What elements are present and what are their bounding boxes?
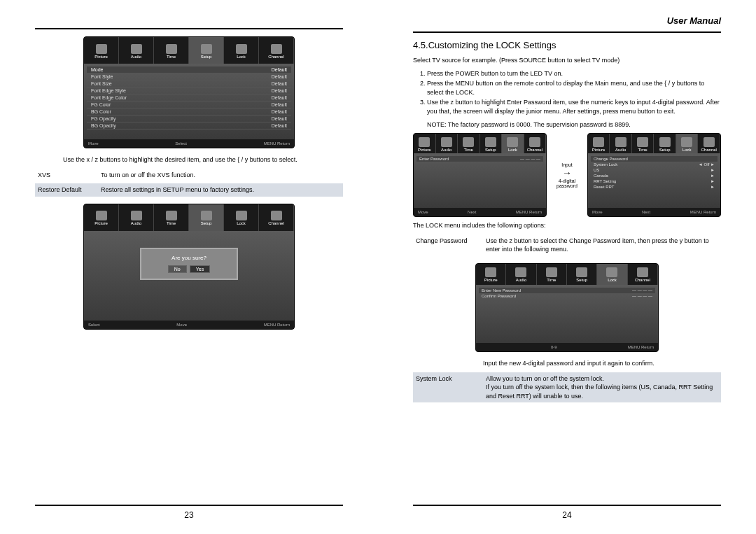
page-left: Picture Audio Time Setup Lock Channel Mo…: [0, 0, 378, 534]
tv-tabs: Picture Audio Time Setup Lock Channel: [84, 37, 294, 64]
tv-body: Mode Default Font StyleDefault Font Size…: [84, 64, 294, 139]
speaker-icon: [615, 137, 626, 147]
tab-setup: Setup: [189, 37, 224, 64]
screenshot-lock-menu: Picture Audio Time Setup Lock Channel Ch…: [587, 133, 721, 217]
restore-desc: Restore all settings in SETUP menu to fa…: [101, 185, 340, 195]
camera-icon: [419, 137, 430, 147]
page-number-right: 24: [562, 510, 571, 520]
dual-screenshot: Picture Audio Time Setup Lock Channel En…: [413, 133, 721, 217]
lock-icon: [507, 137, 518, 147]
page-right: User Manual 4.5.Customizing the LOCK Set…: [378, 0, 756, 534]
tv-row: Font Edge ColorDefault: [87, 94, 291, 101]
tv-header-row: Mode Default: [87, 66, 291, 73]
camera-icon: [96, 211, 107, 220]
enter-password-row: Enter Password— — — —: [416, 156, 543, 162]
yes-button: Yes: [190, 265, 210, 273]
speaker-icon: [131, 211, 142, 220]
clock-icon: [166, 44, 177, 54]
lock-row: System Lock◄ Off ►: [591, 162, 718, 167]
speaker-icon: [131, 44, 142, 54]
tab-lock: Lock: [224, 204, 259, 231]
confirm-dialog: Are you sure? No Yes: [140, 248, 238, 280]
note-text: NOTE: The factory password is 0000. The …: [427, 120, 721, 129]
camera-icon: [96, 44, 107, 54]
no-button: No: [168, 265, 187, 273]
tv-body: Change Password System Lock◄ Off ► US► C…: [588, 153, 720, 208]
tv-tabs: Picture Audio Time Setup Lock Channel: [414, 134, 546, 153]
tv-icon: [704, 137, 715, 147]
lock-row: Canada►: [591, 173, 718, 178]
camera-icon: [593, 137, 604, 147]
tv-row: BG ColorDefault: [87, 108, 291, 115]
xvs-desc: To turn on or off the XVS function.: [101, 171, 340, 180]
system-lock-desc: Allow you to turn on or off the system l…: [486, 374, 718, 401]
lock-icon: [236, 44, 247, 54]
tab-audio: Audio: [119, 37, 154, 64]
restore-label: Restore Default: [38, 185, 101, 195]
step-3: Use the z button to highlight Enter Pass…: [427, 98, 721, 115]
clock-icon: [637, 137, 648, 147]
gear-icon: [659, 137, 671, 147]
step-2: Press the MENU button on the remote cont…: [427, 79, 721, 97]
tv-icon: [271, 44, 282, 54]
footer-right: 24: [413, 505, 721, 520]
lock-row: US►: [591, 167, 718, 173]
clock-icon: [463, 137, 474, 147]
dialog-text: Are you sure?: [147, 255, 231, 261]
speaker-icon: [441, 137, 452, 147]
tv-tabs: Picture Audio Time Setup Lock Channel: [588, 134, 720, 153]
header-title: User Manual: [413, 15, 721, 26]
tv-tabs: Picture Audio Time Setup Lock Channel: [84, 204, 294, 231]
step-1: Press the POWER button to turn the LED T…: [427, 69, 721, 78]
tv-row: FG OpacityDefault: [87, 115, 291, 122]
change-password-row: Change Password Use the z button to sele…: [413, 234, 721, 256]
tab-channel: Channel: [259, 204, 294, 231]
speaker-icon: [515, 267, 526, 277]
screenshot-confirm-dialog: Picture Audio Time Setup Lock Channel Ar…: [83, 204, 295, 330]
tv-footer: Move Next MENU Return: [588, 208, 720, 216]
lock-row: RRT Setting►: [591, 178, 718, 184]
tv-footer: Move Next MENU Return: [414, 208, 546, 216]
tv-body: Enter Password— — — —: [414, 153, 546, 208]
arrow-right-icon: →: [550, 167, 584, 178]
tv-row: Font SizeDefault: [87, 80, 291, 87]
page-number-left: 23: [184, 510, 193, 520]
footer-left: 23: [35, 505, 343, 520]
change-password-desc: Use the z button to select the Change Pa…: [486, 237, 718, 254]
arrow-label: Input → 4-digital password: [550, 162, 584, 188]
confirm-password-row: Confirm Password— — — —: [479, 293, 655, 299]
tab-setup: Setup: [189, 204, 224, 231]
change-password-label: Change Password: [416, 237, 486, 254]
camera-icon: [485, 267, 496, 277]
xvs-row: XVS To turn on or off the XVS function.: [35, 169, 343, 182]
screenshot-new-password: Picture Audio Time Setup Lock Channel En…: [475, 263, 659, 352]
tv-body: Enter New Password— — — — Confirm Passwo…: [476, 285, 658, 343]
tv-icon: [637, 267, 648, 277]
system-lock-label: System Lock: [416, 374, 486, 401]
xvs-label: XVS: [38, 171, 101, 180]
tv-footer: 0-9 MENU Return: [476, 343, 658, 351]
steps-list: Press the POWER button to turn the LED T…: [413, 69, 721, 116]
tv-row: FG ColorDefault: [87, 101, 291, 108]
lock-row: Change Password: [591, 156, 718, 162]
options-intro: The LOCK menu includes the following opt…: [413, 221, 721, 230]
tab-time: Time: [154, 204, 189, 231]
lock-row: Reset RRT►: [591, 184, 718, 190]
tab-time: Time: [154, 37, 189, 64]
header-rule-right: [413, 31, 721, 33]
enter-new-password-row: Enter New Password— — — —: [479, 288, 655, 293]
restore-default-row: Restore Default Restore all settings in …: [35, 183, 343, 197]
clock-icon: [546, 267, 557, 277]
lock-icon: [236, 211, 247, 220]
tv-row: Font Edge StyleDefault: [87, 87, 291, 94]
clock-icon: [166, 211, 177, 220]
tv-icon: [271, 211, 282, 220]
confirm-text: Input the new 4-digital password and inp…: [483, 359, 721, 368]
intro-text: Select TV source for example. (Press SOU…: [413, 56, 721, 65]
tab-audio: Audio: [119, 204, 154, 231]
tv-tabs: Picture Audio Time Setup Lock Channel: [476, 264, 658, 285]
tv-row: BG OpacityDefault: [87, 122, 291, 129]
tv-footer: Select Move MENU Return: [84, 321, 294, 329]
instruction-text: Use the x / z buttons to highlight the d…: [63, 155, 343, 164]
lock-icon: [606, 267, 617, 277]
